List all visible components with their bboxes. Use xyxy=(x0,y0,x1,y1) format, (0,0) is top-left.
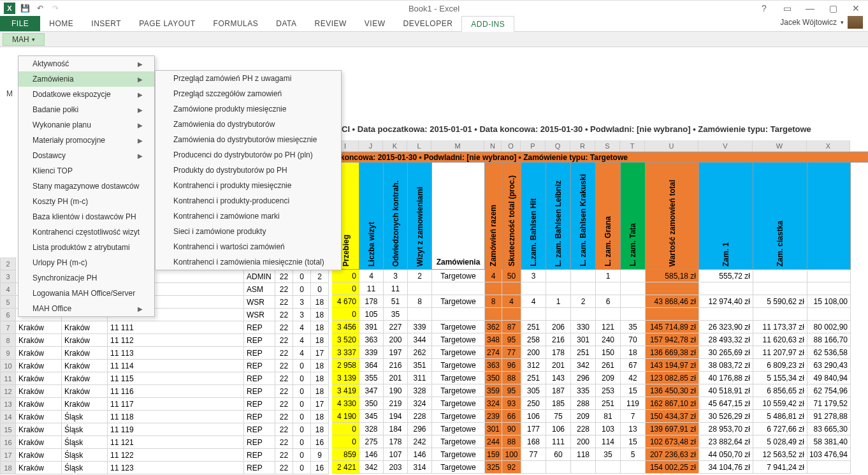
cell[interactable]: 0 xyxy=(293,436,311,449)
cell[interactable]: Kraków xyxy=(16,462,62,474)
minimize-icon[interactable]: — xyxy=(802,2,818,15)
row-header[interactable]: 6 xyxy=(0,309,16,321)
excel-app-icon[interactable]: X xyxy=(3,1,17,15)
cell[interactable]: 11 118 xyxy=(108,411,244,423)
cell[interactable]: 18 xyxy=(311,334,329,347)
col-header[interactable]: O xyxy=(502,140,521,151)
cell[interactable]: Kraków xyxy=(62,360,108,372)
tab-insert[interactable]: INSERT xyxy=(82,16,130,31)
menu-item[interactable]: Badanie połki▶ xyxy=(18,102,154,117)
col-header[interactable]: V xyxy=(698,140,753,151)
submenu-item[interactable]: Zamówienia do dystrybutorów miesięcznie xyxy=(156,132,341,147)
cell[interactable]: 11 113 xyxy=(108,347,244,360)
menu-item[interactable]: Materiały promocyjne▶ xyxy=(18,133,154,148)
cell[interactable]: 22 xyxy=(275,347,293,360)
col-header[interactable]: K xyxy=(383,140,407,151)
menu-item[interactable]: Urlopy PH (m-c) xyxy=(18,255,154,270)
cell[interactable]: REP xyxy=(244,449,275,462)
cell[interactable]: 22 xyxy=(275,283,293,296)
cell[interactable]: 0 xyxy=(293,462,311,474)
undo-icon[interactable]: ↶ xyxy=(33,1,47,15)
row-header[interactable]: 14 xyxy=(0,411,16,423)
cell[interactable]: 16 xyxy=(311,462,329,474)
cell[interactable]: Śląsk xyxy=(62,411,108,423)
row-header[interactable]: 15 xyxy=(0,423,16,436)
menu-item[interactable]: MAH Office▶ xyxy=(18,301,154,316)
row-header[interactable]: 10 xyxy=(0,360,16,372)
row-header[interactable]: 8 xyxy=(0,334,16,347)
cell[interactable]: 22 xyxy=(275,334,293,347)
cell[interactable]: REP xyxy=(244,423,275,436)
cell[interactable]: Kraków xyxy=(62,321,108,334)
cell[interactable]: 18 xyxy=(311,423,329,436)
tab-home[interactable]: HOME xyxy=(40,16,82,31)
cell[interactable]: Kraków xyxy=(62,372,108,385)
cell[interactable]: 0 xyxy=(293,411,311,423)
cell[interactable]: 11 115 xyxy=(108,372,244,385)
cell[interactable]: 22 xyxy=(275,462,293,474)
cell[interactable]: 11 112 xyxy=(108,334,244,347)
cell[interactable]: 17 xyxy=(311,398,329,411)
grid-column-header[interactable]: L. zam. Bahlsen Leibniz xyxy=(546,163,571,270)
col-header[interactable]: P xyxy=(521,140,546,151)
cell[interactable]: REP xyxy=(244,347,275,360)
cell[interactable]: Kraków xyxy=(16,334,62,347)
grid-column-header[interactable]: Zamówień razem xyxy=(485,163,502,270)
submenu-item[interactable]: Kontrahenci i produkty miesięcznie xyxy=(156,178,341,193)
menu-item[interactable]: Aktywność▶ xyxy=(18,56,154,71)
row-header[interactable]: 4 xyxy=(0,283,16,296)
cell[interactable]: 11 123 xyxy=(108,462,244,474)
cell[interactable]: Śląsk xyxy=(62,462,108,474)
col-header[interactable]: M xyxy=(431,140,484,151)
menu-item[interactable]: Lista produktów z atrybutami xyxy=(18,240,154,255)
grid-column-header[interactable]: Odwiedzonych kontrah. xyxy=(384,163,408,270)
row-header[interactable]: 5 xyxy=(0,296,16,309)
cell[interactable]: 0 xyxy=(311,283,329,296)
tab-data[interactable]: DATA xyxy=(267,16,305,31)
cell[interactable]: ADMIN xyxy=(244,270,275,283)
cell[interactable]: 0 xyxy=(293,449,311,462)
cell[interactable]: WSR xyxy=(244,296,275,309)
save-icon[interactable]: 💾 xyxy=(18,1,32,15)
col-header[interactable]: U xyxy=(645,140,698,151)
cell[interactable]: 11 116 xyxy=(108,385,244,398)
cell[interactable]: 4 xyxy=(293,334,311,347)
tab-view[interactable]: VIEW xyxy=(356,16,394,31)
cell[interactable]: Śląsk xyxy=(62,436,108,449)
cell[interactable]: 11 114 xyxy=(108,360,244,372)
row-header[interactable]: 16 xyxy=(0,436,16,449)
cell[interactable]: Kraków xyxy=(16,372,62,385)
tab-add-ins[interactable]: ADD-INS xyxy=(461,16,514,32)
row-header[interactable]: 11 xyxy=(0,372,16,385)
cell[interactable]: Kraków xyxy=(62,385,108,398)
cell[interactable]: REP xyxy=(244,436,275,449)
tab-page-layout[interactable]: PAGE LAYOUT xyxy=(130,16,204,31)
cell[interactable]: 17 xyxy=(311,347,329,360)
cell[interactable]: 22 xyxy=(275,270,293,283)
cell[interactable]: REP xyxy=(244,321,275,334)
tab-file[interactable]: FILE xyxy=(0,16,40,31)
menu-item[interactable]: Zamówienia▶ xyxy=(18,71,154,87)
row-header[interactable]: 18 xyxy=(0,462,16,474)
cell[interactable]: 0 xyxy=(293,283,311,296)
cell[interactable]: 3 xyxy=(293,309,311,321)
menu-item[interactable]: Dostawcy▶ xyxy=(18,148,154,163)
submenu-item[interactable]: Kontrahenci i wartości zamówień xyxy=(156,239,341,254)
cell[interactable]: 18 xyxy=(311,360,329,372)
tab-review[interactable]: REVIEW xyxy=(305,16,355,31)
help-icon[interactable]: ? xyxy=(756,2,772,15)
col-header[interactable]: J xyxy=(359,140,383,151)
menu-item[interactable]: Logowania MAH Office/Server xyxy=(18,286,154,301)
submenu-item[interactable]: Sieci i zamówione produkty xyxy=(156,224,341,239)
menu-item[interactable]: Wykonanie planu▶ xyxy=(18,117,154,133)
cell[interactable]: REP xyxy=(244,372,275,385)
cell[interactable]: 22 xyxy=(275,423,293,436)
col-header[interactable]: L xyxy=(407,140,431,151)
cell[interactable]: 11 117 xyxy=(108,398,244,411)
row-header[interactable]: 17 xyxy=(0,449,16,462)
cell[interactable]: 0 xyxy=(293,423,311,436)
cell[interactable]: Kraków xyxy=(62,398,108,411)
col-header[interactable]: R xyxy=(570,140,595,151)
cell[interactable]: 11 121 xyxy=(108,436,244,449)
row-header[interactable]: 2 xyxy=(0,258,16,270)
